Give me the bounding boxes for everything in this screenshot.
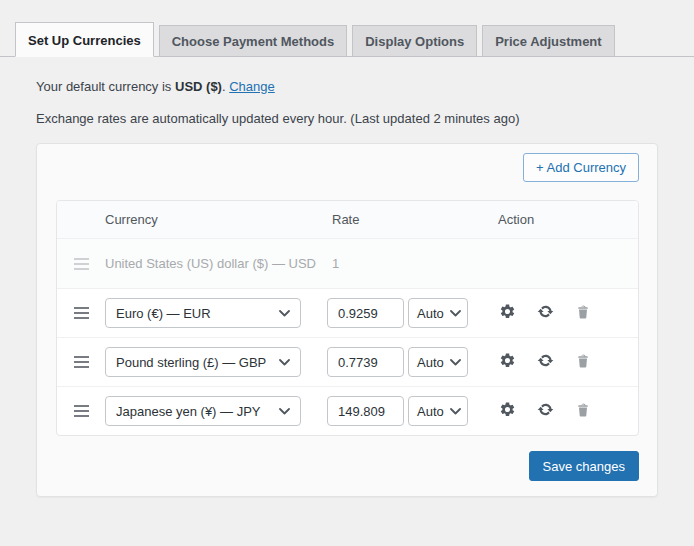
table-row-default-usd: United States (US) dollar ($) — USD 1 (57, 238, 638, 288)
update-rate-button[interactable] (536, 304, 554, 322)
default-currency-value: USD ($) (175, 79, 222, 94)
refresh-icon (537, 401, 554, 421)
currency-select-value: Euro (€) — EUR (116, 306, 211, 321)
currency-select-value: Pound sterling (£) — GBP (116, 355, 266, 370)
default-currency-name: United States (US) dollar ($) — USD (105, 256, 327, 271)
delete-currency-button[interactable] (574, 304, 592, 322)
chevron-down-icon (450, 408, 461, 415)
column-header-rate: Rate (327, 212, 408, 227)
chevron-down-icon (450, 310, 461, 317)
tab-price-adjustment[interactable]: Price Adjustment (482, 25, 614, 56)
rate-input[interactable] (327, 347, 404, 377)
trash-icon (575, 353, 591, 372)
rate-mode-select[interactable]: Auto (408, 298, 468, 328)
currency-select[interactable]: Pound sterling (£) — GBP (105, 347, 301, 377)
default-currency-suffix: . (222, 79, 226, 94)
save-changes-button[interactable]: Save changes (529, 451, 639, 481)
add-currency-row: + Add Currency (56, 153, 639, 182)
rate-mode-value: Auto (417, 404, 444, 419)
table-row-jpy: Japanese yen (¥) — JPY Auto (57, 386, 638, 435)
chevron-down-icon (279, 310, 290, 317)
rate-mode-select[interactable]: Auto (408, 396, 468, 426)
save-row: Save changes (56, 451, 639, 481)
rate-input[interactable] (327, 396, 404, 426)
rate-mode-value: Auto (417, 355, 444, 370)
update-rate-button[interactable] (536, 353, 554, 371)
drag-handle-icon (74, 258, 89, 270)
intro-section: Your default currency is USD ($). Change… (36, 79, 694, 126)
trash-icon (575, 402, 591, 421)
update-rate-button[interactable] (536, 402, 554, 420)
rate-input[interactable] (327, 298, 404, 328)
gear-icon (499, 352, 516, 372)
tab-choose-payment-methods[interactable]: Choose Payment Methods (159, 25, 348, 56)
table-row-eur: Euro (€) — EUR Auto (57, 288, 638, 337)
settings-tab-bar: Set Up Currencies Choose Payment Methods… (0, 0, 694, 57)
default-currency-prefix: Your default currency is (36, 79, 171, 94)
currency-settings-button[interactable] (498, 353, 516, 371)
currency-select[interactable]: Euro (€) — EUR (105, 298, 301, 328)
drag-handle-icon[interactable] (74, 307, 89, 319)
drag-handle-icon[interactable] (74, 405, 89, 417)
default-currency-rate: 1 (327, 256, 408, 271)
currency-settings-button[interactable] (498, 402, 516, 420)
delete-currency-button[interactable] (574, 402, 592, 420)
delete-currency-button[interactable] (574, 353, 592, 371)
tab-display-options[interactable]: Display Options (352, 25, 477, 56)
change-currency-link[interactable]: Change (229, 79, 275, 94)
column-header-currency: Currency (105, 212, 327, 227)
currencies-table: Currency Rate Action United States (US) … (56, 200, 639, 436)
currency-select[interactable]: Japanese yen (¥) — JPY (105, 396, 301, 426)
chevron-down-icon (279, 408, 290, 415)
currency-select-value: Japanese yen (¥) — JPY (116, 404, 261, 419)
column-header-action: Action (480, 212, 638, 227)
refresh-icon (537, 303, 554, 323)
table-row-gbp: Pound sterling (£) — GBP Auto (57, 337, 638, 386)
rate-mode-value: Auto (417, 306, 444, 321)
currencies-panel: + Add Currency Currency Rate Action Unit… (36, 143, 658, 497)
tab-set-up-currencies[interactable]: Set Up Currencies (15, 22, 154, 57)
refresh-icon (537, 352, 554, 372)
chevron-down-icon (450, 359, 461, 366)
default-currency-line: Your default currency is USD ($). Change (36, 79, 694, 94)
currency-settings-button[interactable] (498, 304, 516, 322)
rate-mode-select[interactable]: Auto (408, 347, 468, 377)
table-header-row: Currency Rate Action (57, 201, 638, 238)
add-currency-button[interactable]: + Add Currency (523, 153, 639, 182)
gear-icon (499, 401, 516, 421)
exchange-rate-note: Exchange rates are automatically updated… (36, 111, 694, 126)
drag-handle-icon[interactable] (74, 356, 89, 368)
trash-icon (575, 304, 591, 323)
chevron-down-icon (279, 359, 290, 366)
gear-icon (499, 303, 516, 323)
